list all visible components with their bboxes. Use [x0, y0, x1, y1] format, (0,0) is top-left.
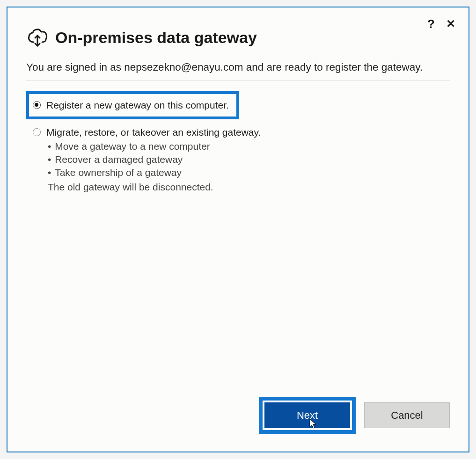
- gateway-setup-dialog: ? ✕ On-premises data gateway You are sig…: [7, 7, 469, 452]
- migrate-bullets: Move a gateway to a new computer Recover…: [48, 140, 450, 180]
- option-register[interactable]: Register a new gateway on this computer.: [33, 100, 229, 111]
- radio-register[interactable]: [33, 101, 41, 109]
- next-button-label: Next: [297, 409, 318, 422]
- cancel-button-label: Cancel: [391, 409, 423, 422]
- next-button[interactable]: Next: [264, 402, 350, 428]
- help-icon[interactable]: ?: [427, 18, 435, 30]
- header: On-premises data gateway: [26, 25, 450, 50]
- migrate-bullet-2: Recover a damaged gateway: [48, 153, 450, 166]
- window-controls: ? ✕: [427, 18, 455, 30]
- signed-in-message: You are signed in as nepsezekno@enayu.co…: [26, 60, 450, 81]
- cancel-button[interactable]: Cancel: [364, 402, 450, 428]
- next-button-highlight: Next: [259, 397, 356, 434]
- cloud-upload-icon: [26, 25, 49, 50]
- option-register-label: Register a new gateway on this computer.: [46, 100, 229, 111]
- option-migrate-label: Migrate, restore, or takeover an existin…: [46, 127, 261, 138]
- migrate-note: The old gateway will be disconnected.: [48, 181, 450, 194]
- dialog-footer: Next Cancel: [26, 397, 450, 437]
- option-register-highlight: Register a new gateway on this computer.: [26, 91, 239, 119]
- radio-migrate[interactable]: [33, 128, 41, 136]
- gateway-options: Register a new gateway on this computer.…: [26, 91, 450, 194]
- migrate-bullet-3: Take ownership of a gateway: [48, 166, 450, 179]
- close-icon[interactable]: ✕: [446, 18, 455, 29]
- migrate-bullet-1: Move a gateway to a new computer: [48, 140, 450, 153]
- dialog-title: On-premises data gateway: [55, 29, 257, 47]
- option-migrate[interactable]: Migrate, restore, or takeover an existin…: [26, 127, 450, 138]
